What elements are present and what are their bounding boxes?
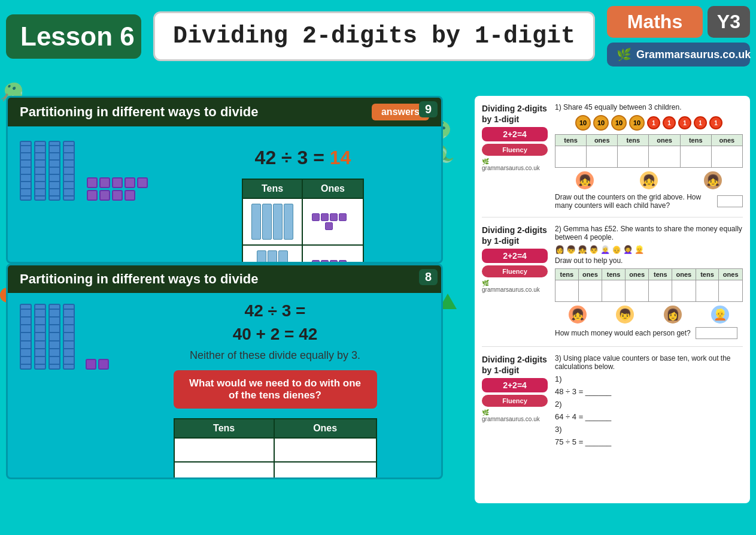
tens-block-1 xyxy=(20,141,32,201)
counter-one-5: 1 xyxy=(709,116,722,129)
ws-avatars-1: 👧 👧 👧 xyxy=(555,170,743,191)
counter-one-2: 1 xyxy=(663,116,676,129)
ws-math-badge-3: 2+2=4 xyxy=(482,378,548,392)
lesson-title-box: Dividing 2-digits by 1-digit xyxy=(153,11,595,61)
main-content: 9 Partitioning in different ways to divi… xyxy=(0,96,756,535)
ws-section-1: Dividing 2-digitsby 1-digit 2+2=4 Fluenc… xyxy=(482,103,743,217)
one-6 xyxy=(87,190,98,201)
ws-q3: 3) Using place value counters or base te… xyxy=(555,354,743,371)
counter-one-3: 1 xyxy=(678,116,691,129)
avatar-1-1: 👧 xyxy=(576,171,594,189)
ws-answer-2: How much money would each person get? xyxy=(555,327,743,339)
ws-title-1: Dividing 2-digitsby 1-digit xyxy=(482,103,548,125)
s8-one-2 xyxy=(98,359,109,370)
wsg2-h1: tens xyxy=(555,269,579,280)
person-8: 👱 xyxy=(634,245,644,254)
counters-row-1: 10 10 10 10 1 1 1 1 1 xyxy=(555,115,743,131)
s8-tens-2 xyxy=(34,304,46,370)
slide8-note: Neither of these divide equally by 3. xyxy=(190,349,360,362)
ws-section3-right: 3) Using place value counters or base te… xyxy=(555,354,743,450)
eq-line1: 42 ÷ 3 = xyxy=(233,299,318,322)
slide8-eq: 42 ÷ 3 = 40 + 2 = 42 xyxy=(233,299,318,346)
ws-calc-3: 75 ÷ 5 = ______ xyxy=(555,437,743,446)
header: Lesson 6 Dividing 2-digits by 1-digit Ma… xyxy=(6,6,750,67)
s8-td-r1-tens xyxy=(174,438,274,462)
slide8-dienes xyxy=(20,304,109,370)
wsg1-h1: tens xyxy=(555,135,587,146)
fluency-label-2: Fluency xyxy=(502,268,527,275)
wsg2-r1c2 xyxy=(578,280,602,302)
slide-9: 9 Partitioning in different ways to divi… xyxy=(6,96,443,264)
avatar-2-1: 👧 xyxy=(569,306,587,324)
avatar-2-4: 👱 xyxy=(711,306,729,324)
fluency-label-3: Fluency xyxy=(502,397,527,404)
ws-section-3: Dividing 2-digitsby 1-digit 2+2=4 Fluenc… xyxy=(482,354,743,457)
ws-answer-label-2: How much money would each person get? xyxy=(555,329,691,337)
tens-question-button[interactable]: What would we need to do with one of the… xyxy=(174,370,377,409)
slide9-td-tens-row1 xyxy=(242,198,302,245)
wsg2-h4: ones xyxy=(625,269,649,280)
wsg1-r1c1 xyxy=(555,146,587,168)
counter-ten-4: 10 xyxy=(629,115,645,131)
one-8 xyxy=(112,190,123,201)
slide8-right: 42 ÷ 3 = 40 + 2 = 42 Neither of these di… xyxy=(121,299,429,479)
tens-block-4 xyxy=(63,141,75,201)
s8-th-tens: Tens xyxy=(174,419,274,438)
wsg2-h2: ones xyxy=(578,269,602,280)
ws-fluency-badge-1: Fluency xyxy=(482,144,548,156)
ws-section2-left: Dividing 2-digitsby 1-digit 2+2=4 Fluenc… xyxy=(482,225,548,339)
one-9 xyxy=(125,190,135,201)
ws-q2: 2) Gemma has £52. She wants to share the… xyxy=(555,225,743,241)
ws-q1: 1) Share 45 equally between 3 children. xyxy=(555,103,743,111)
fluency-label-1: Fluency xyxy=(502,146,527,153)
ws-answer-box-2[interactable] xyxy=(696,327,737,339)
wsg1-r1c5 xyxy=(680,146,711,168)
slide9-td-ones-row2 xyxy=(302,245,363,264)
one-2 xyxy=(99,177,110,188)
ws-logo-2: 🌿 grammarsaurus.co.uk xyxy=(482,280,548,293)
one-1 xyxy=(87,177,98,188)
one-5 xyxy=(137,177,148,188)
ws-section-2: Dividing 2-digitsby 1-digit 2+2=4 Fluenc… xyxy=(482,225,743,347)
slide-8-header: Partitioning in different ways to divide xyxy=(8,265,441,293)
wsg1-r1c4 xyxy=(649,146,680,168)
wsg2-h3: tens xyxy=(602,269,626,280)
s8-tens-1 xyxy=(20,304,32,370)
wsg1-h3: tens xyxy=(618,135,649,146)
tens-blocks-group xyxy=(20,141,75,201)
ws-answer-1: Draw out the counters on the grid above.… xyxy=(555,193,743,210)
ws-grid-2: tens ones tens ones tens ones tens ones xyxy=(555,268,743,302)
one-7 xyxy=(99,190,110,201)
ws-logo-1: 🌿 grammarsaurus.co.uk xyxy=(482,158,548,171)
wsg1-r1c6 xyxy=(711,146,742,168)
ws-fluency-badge-3: Fluency xyxy=(482,395,548,407)
equation-answer: 14 xyxy=(330,147,351,168)
wsg2-h7: tens xyxy=(696,269,719,280)
ws-logo-3: 🌿 grammarsaurus.co.uk xyxy=(482,409,548,422)
person-3: 👧 xyxy=(578,245,587,254)
wsg1-r1c2 xyxy=(587,146,618,168)
grammarsaurus-badge: 🌿 Grammarsaurus.co.uk xyxy=(607,43,750,67)
ws-grid-1: tens ones tens ones tens ones xyxy=(555,134,743,168)
avatar-2-3: 👩 xyxy=(664,306,682,324)
wsg1-h5: tens xyxy=(680,135,711,146)
person-4: 👨 xyxy=(589,245,599,254)
ws-avatars-2: 👧 👦 👩 👱 xyxy=(555,304,743,325)
slide-9-content: 42 ÷ 3 = 14 Tens Ones xyxy=(8,126,441,264)
wsg2-r1c4 xyxy=(625,280,649,302)
wsg2-h5: tens xyxy=(649,269,672,280)
one-4 xyxy=(125,177,135,188)
person-2: 👦 xyxy=(566,245,576,254)
slide-9-number: 9 xyxy=(419,101,438,117)
wsg1-h2: ones xyxy=(587,135,618,146)
slide-9-header: Partitioning in different ways to divide… xyxy=(8,98,441,126)
wsg2-r1c3 xyxy=(602,280,626,302)
s8-tens-4 xyxy=(63,304,75,370)
ws-calc-2: 64 ÷ 4 = ______ xyxy=(555,412,743,421)
s8-one-1 xyxy=(86,359,96,370)
ws-answer-box-1[interactable] xyxy=(717,195,743,207)
lesson-title: Dividing 2-digits by 1-digit xyxy=(173,23,575,50)
wsg2-h6: ones xyxy=(672,269,696,280)
header-right: Maths Y3 🌿 Grammarsaurus.co.uk xyxy=(607,6,750,67)
counter-ten-3: 10 xyxy=(611,115,627,131)
